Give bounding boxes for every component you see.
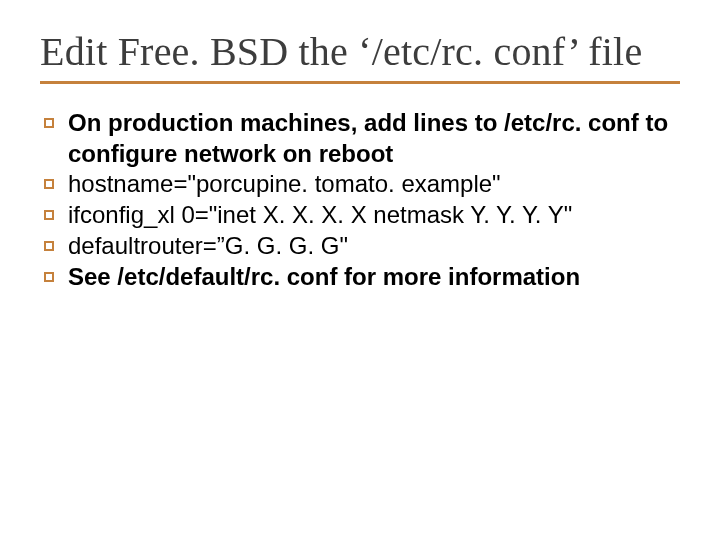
slide-title: Edit Free. BSD the ‘/etc/rc. conf’ file	[40, 28, 680, 75]
list-item-text: hostname="porcupine. tomato. example"	[68, 169, 501, 200]
list-item: ifconfig_xl 0="inet X. X. X. X netmask Y…	[44, 200, 680, 231]
slide: Edit Free. BSD the ‘/etc/rc. conf’ file …	[0, 0, 720, 540]
list-item-text: ifconfig_xl 0="inet X. X. X. X netmask Y…	[68, 200, 572, 231]
list-item-text: See /etc/default/rc. conf for more infor…	[68, 262, 580, 293]
list-item: hostname="porcupine. tomato. example"	[44, 169, 680, 200]
list-item-text: On production machines, add lines to /et…	[68, 108, 680, 169]
list-item: On production machines, add lines to /et…	[44, 108, 680, 169]
title-underline	[40, 81, 680, 84]
square-bullet-icon	[44, 272, 54, 282]
square-bullet-icon	[44, 210, 54, 220]
list-item: See /etc/default/rc. conf for more infor…	[44, 262, 680, 293]
slide-body: On production machines, add lines to /et…	[40, 108, 680, 292]
square-bullet-icon	[44, 118, 54, 128]
list-item: defaultrouter=”G. G. G. G"	[44, 231, 680, 262]
square-bullet-icon	[44, 179, 54, 189]
square-bullet-icon	[44, 241, 54, 251]
list-item-text: defaultrouter=”G. G. G. G"	[68, 231, 348, 262]
